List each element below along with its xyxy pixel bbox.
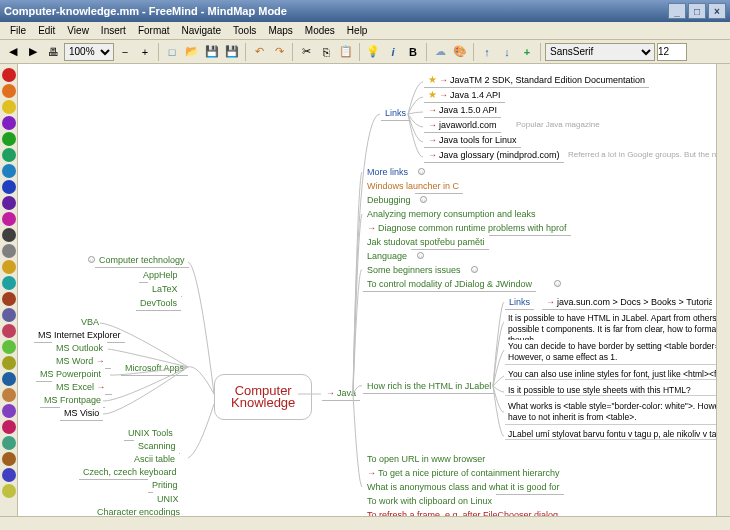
menu-maps[interactable]: Maps bbox=[262, 25, 298, 36]
open-button[interactable]: 📂 bbox=[183, 43, 201, 61]
copy-button[interactable]: ⎘ bbox=[317, 43, 335, 61]
node-html6[interactable]: JLabel umí stylovat barvu fontu v tagu p… bbox=[505, 428, 716, 440]
palette-icon-7[interactable] bbox=[2, 180, 16, 194]
bold-button[interactable]: B bbox=[404, 43, 422, 61]
minimize-button[interactable]: _ bbox=[668, 3, 686, 19]
palette-icon-25[interactable] bbox=[2, 468, 16, 482]
palette-icon-9[interactable] bbox=[2, 212, 16, 226]
menu-view[interactable]: View bbox=[61, 25, 95, 36]
zoom-in-button[interactable]: + bbox=[136, 43, 154, 61]
node-howrich[interactable]: How rich is the HTML in JLabel bbox=[363, 379, 495, 394]
node-printing[interactable]: Priting bbox=[148, 478, 182, 493]
node-devtools[interactable]: DevTools bbox=[136, 296, 181, 311]
node-sublinks-url[interactable]: →java.sun.com > Docs > Books > Tutorial … bbox=[542, 295, 712, 310]
palette-icon-5[interactable] bbox=[2, 148, 16, 162]
horizontal-scrollbar[interactable] bbox=[0, 516, 730, 530]
menu-insert[interactable]: Insert bbox=[95, 25, 132, 36]
vertical-scrollbar[interactable] bbox=[716, 64, 730, 516]
node-debugging[interactable]: Debugging bbox=[363, 193, 415, 208]
palette-icon-4[interactable] bbox=[2, 132, 16, 146]
node-comptech[interactable]: Computer technology bbox=[95, 253, 189, 268]
fontsize-input[interactable] bbox=[657, 43, 687, 61]
palette-icon-13[interactable] bbox=[2, 276, 16, 290]
palette-icon-6[interactable] bbox=[2, 164, 16, 178]
palette-icon-22[interactable] bbox=[2, 420, 16, 434]
expand-icon[interactable]: ○ bbox=[88, 256, 95, 263]
node-language[interactable]: Language bbox=[363, 249, 411, 264]
new-button[interactable]: □ bbox=[163, 43, 181, 61]
expand-icon[interactable]: ○ bbox=[418, 168, 425, 175]
palette-icon-26[interactable] bbox=[2, 484, 16, 498]
palette-icon-16[interactable] bbox=[2, 324, 16, 338]
menu-edit[interactable]: Edit bbox=[32, 25, 61, 36]
node-diagnose[interactable]: →Diagnose common runtime problems with h… bbox=[363, 221, 571, 236]
node-jakstud[interactable]: Jak studovat spotřebu paměti bbox=[363, 235, 489, 250]
menu-navigate[interactable]: Navigate bbox=[176, 25, 227, 36]
menu-modes[interactable]: Modes bbox=[299, 25, 341, 36]
node-link-5[interactable]: →Java tools for Linux bbox=[424, 133, 521, 148]
node-html2[interactable]: You can decide to have border by setting… bbox=[505, 340, 716, 365]
palette-icon-8[interactable] bbox=[2, 196, 16, 210]
palette-icon-0[interactable] bbox=[2, 68, 16, 82]
palette-icon-19[interactable] bbox=[2, 372, 16, 386]
palette-icon-17[interactable] bbox=[2, 340, 16, 354]
menu-file[interactable]: File bbox=[4, 25, 32, 36]
expand-icon[interactable]: ○ bbox=[554, 280, 561, 287]
zoom-select[interactable]: 100% bbox=[64, 43, 114, 61]
zoom-out-button[interactable]: − bbox=[116, 43, 134, 61]
palette-icon-24[interactable] bbox=[2, 452, 16, 466]
menu-tools[interactable]: Tools bbox=[227, 25, 262, 36]
menu-help[interactable]: Help bbox=[341, 25, 374, 36]
color-button[interactable]: 🎨 bbox=[451, 43, 469, 61]
node-analyzing[interactable]: Analyzing memory consumption and leaks bbox=[363, 207, 540, 222]
arrow-down-icon[interactable]: ↓ bbox=[498, 43, 516, 61]
node-containment[interactable]: →To get a nice picture of containment hi… bbox=[363, 466, 564, 481]
saveas-button[interactable]: 💾 bbox=[223, 43, 241, 61]
expand-icon[interactable]: ○ bbox=[471, 266, 478, 273]
next-button[interactable]: ▶ bbox=[24, 43, 42, 61]
print-button[interactable]: 🖶 bbox=[44, 43, 62, 61]
palette-icon-1[interactable] bbox=[2, 84, 16, 98]
save-button[interactable]: 💾 bbox=[203, 43, 221, 61]
node-html4[interactable]: Is it possible to use style sheets with … bbox=[505, 384, 716, 396]
node-link-4[interactable]: →javaworld.com bbox=[424, 118, 501, 133]
node-morelinks[interactable]: More links bbox=[363, 165, 412, 180]
menu-format[interactable]: Format bbox=[132, 25, 176, 36]
close-button[interactable]: × bbox=[708, 3, 726, 19]
node-charenc[interactable]: Character encodings bbox=[93, 505, 184, 516]
expand-icon[interactable]: ○ bbox=[420, 196, 427, 203]
node-latex[interactable]: LaTeX bbox=[148, 282, 182, 297]
node-links[interactable]: Links bbox=[381, 106, 410, 121]
node-sublinks[interactable]: Links bbox=[505, 295, 534, 310]
idea-icon[interactable]: 💡 bbox=[364, 43, 382, 61]
undo-button[interactable]: ↶ bbox=[250, 43, 268, 61]
palette-icon-21[interactable] bbox=[2, 404, 16, 418]
font-select[interactable]: SansSerif bbox=[545, 43, 655, 61]
node-apphelp[interactable]: AppHelp bbox=[139, 268, 182, 283]
node-anon[interactable]: What is anonymous class and what it is g… bbox=[363, 480, 564, 495]
palette-icon-10[interactable] bbox=[2, 228, 16, 242]
palette-icon-14[interactable] bbox=[2, 292, 16, 306]
palette-icon-3[interactable] bbox=[2, 116, 16, 130]
node-refresh[interactable]: To refresh a frame, e.g. after FileChoos… bbox=[363, 508, 562, 516]
palette-icon-23[interactable] bbox=[2, 436, 16, 450]
node-link-2[interactable]: ★→Java 1.4 API bbox=[424, 88, 505, 103]
arrow-up-icon[interactable]: ↑ bbox=[478, 43, 496, 61]
node-link-3[interactable]: →Java 1.5.0 API bbox=[424, 103, 501, 118]
node-link-6[interactable]: →Java glossary (mindprod.com) bbox=[424, 148, 564, 163]
node-html5[interactable]: What works is <table style="border-color… bbox=[505, 400, 716, 425]
italic-button[interactable]: i bbox=[384, 43, 402, 61]
node-openurl[interactable]: To open URL in www browser bbox=[363, 452, 489, 467]
maximize-button[interactable]: □ bbox=[688, 3, 706, 19]
node-clipboard[interactable]: To work with clipboard on Linux bbox=[363, 494, 496, 509]
add-icon[interactable]: + bbox=[518, 43, 536, 61]
palette-icon-15[interactable] bbox=[2, 308, 16, 322]
cloud-button[interactable]: ☁ bbox=[431, 43, 449, 61]
node-winlauncher[interactable]: Windows launcher in C bbox=[363, 179, 463, 194]
palette-icon-2[interactable] bbox=[2, 100, 16, 114]
palette-icon-12[interactable] bbox=[2, 260, 16, 274]
node-msapps[interactable]: Microsoft Apps bbox=[121, 361, 188, 376]
node-html3[interactable]: You can also use inline styles for font,… bbox=[505, 368, 716, 380]
cut-button[interactable]: ✂ bbox=[297, 43, 315, 61]
prev-button[interactable]: ◀ bbox=[4, 43, 22, 61]
